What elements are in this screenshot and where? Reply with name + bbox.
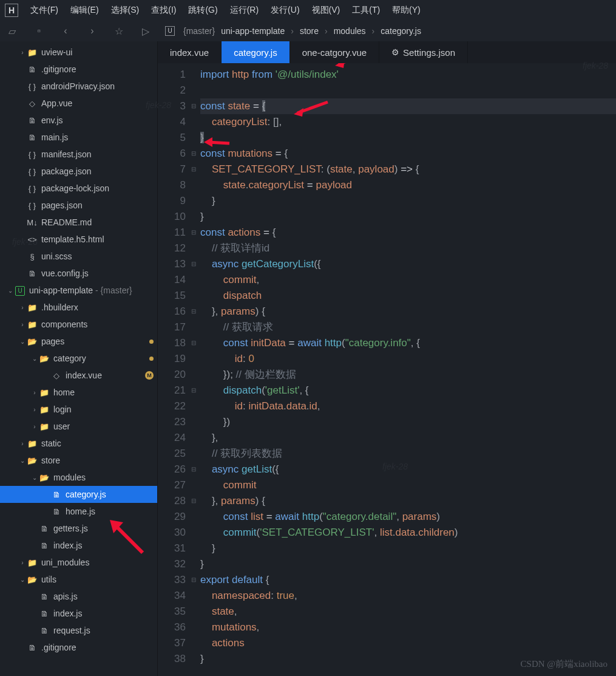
tree-label: pages.json — [41, 200, 83, 210]
tree-label: README.md — [41, 217, 92, 227]
tree-row[interactable]: { }manifest.json — [0, 146, 157, 163]
folder-open-icon: 📂 — [27, 575, 38, 584]
chevron-icon[interactable]: ⌄ — [18, 338, 27, 345]
breadcrumb-segment[interactable]: modules — [334, 26, 366, 36]
tree-row[interactable]: ›📁home — [0, 384, 157, 401]
new-window-icon[interactable]: ▱ — [5, 26, 19, 37]
menu-item[interactable]: 视图(V) — [306, 5, 347, 16]
tree-row[interactable]: { }package.json — [0, 163, 157, 180]
tree-row[interactable]: 🗎request.js — [0, 622, 157, 639]
chevron-icon[interactable]: › — [18, 49, 27, 56]
chevron-icon[interactable]: › — [18, 321, 27, 328]
tree-row[interactable]: ◇App.vue — [0, 95, 157, 112]
chevron-icon[interactable]: › — [18, 304, 27, 311]
star-icon[interactable]: ☆ — [112, 26, 126, 37]
chevron-icon[interactable]: ⌄ — [18, 457, 27, 464]
js-icon: 🗎 — [39, 524, 50, 533]
tree-row[interactable]: ›📁user — [0, 418, 157, 435]
menu-item[interactable]: 跳转(G) — [182, 5, 223, 16]
tab-label: one-catgory.vue — [302, 47, 367, 58]
menu-item[interactable]: 文件(F) — [24, 5, 64, 16]
tree-row[interactable]: ⌄📂pages — [0, 333, 157, 350]
js-icon: 🗎 — [39, 592, 50, 601]
tree-row[interactable]: ›📁static — [0, 435, 157, 452]
code-source[interactable]: import http from '@/utils/index'const st… — [198, 63, 616, 676]
tree-label: uni-app-template — [29, 285, 93, 295]
tree-label: home.js — [66, 507, 95, 516]
nav-back-icon[interactable]: ‹ — [58, 26, 73, 36]
editor-tab[interactable]: one-catgory.vue — [290, 41, 379, 63]
modified-badge — [149, 340, 154, 344]
tree-suffix: - {master} — [95, 285, 132, 295]
tree-row[interactable]: §uni.scss — [0, 248, 157, 265]
tree-row[interactable]: 🗎home.js — [0, 503, 157, 520]
chevron-icon[interactable]: › — [30, 389, 39, 396]
tree-label: .gitignore — [41, 643, 76, 652]
nav-forward-icon[interactable]: › — [85, 26, 100, 36]
modified-badge: M — [145, 371, 154, 380]
tree-row[interactable]: ⌄📂utils — [0, 571, 157, 588]
editor-tab[interactable]: index.vue — [158, 41, 222, 63]
tree-row[interactable]: ⌄📂category — [0, 350, 157, 367]
folder-icon: 📁 — [27, 320, 38, 329]
tree-row[interactable]: 🗎index.js — [0, 605, 157, 622]
menu-item[interactable]: 工具(T) — [346, 5, 386, 16]
fold-column[interactable]: ⊟⊟⊟⊟⊟⊟⊟⊟⊟⊟⊟ — [189, 63, 198, 676]
project-icon: U — [165, 26, 175, 36]
tree-row[interactable]: 🗎getters.js — [0, 520, 157, 537]
js-icon: 🗎 — [27, 269, 38, 278]
tree-label: manifest.json — [41, 149, 91, 159]
tree-row[interactable]: 🗎env.js — [0, 112, 157, 129]
breadcrumb-segment[interactable]: store — [300, 26, 319, 36]
js-icon: 🗎 — [27, 133, 38, 142]
tree-row[interactable]: ⌄Uuni-app-template - {master} — [0, 282, 157, 299]
menu-item[interactable]: 运行(R) — [224, 5, 265, 16]
tree-row[interactable]: ›📁.hbuilderx — [0, 299, 157, 316]
tree-row[interactable]: 🗎category.js — [0, 486, 157, 503]
tree-row[interactable]: ›📁uni_modules — [0, 554, 157, 571]
tree-row[interactable]: ›📁login — [0, 401, 157, 418]
chevron-icon[interactable]: › — [30, 423, 39, 430]
menu-item[interactable]: 选择(S) — [105, 5, 146, 16]
tree-label: pages — [41, 336, 64, 346]
chevron-icon[interactable]: ⌄ — [18, 576, 27, 583]
save-icon[interactable]: ▫ — [32, 26, 46, 36]
tree-row[interactable]: 🗎vue.config.js — [0, 265, 157, 282]
code-editor[interactable]: 1234567891011121314151617181920212223242… — [158, 63, 616, 676]
menu-item[interactable]: 帮助(Y) — [386, 5, 427, 16]
tree-row[interactable]: 🗎apis.js — [0, 588, 157, 605]
menu-item[interactable]: 查找(I) — [145, 5, 182, 16]
modified-badge — [149, 357, 154, 361]
breadcrumb-project[interactable]: uni-app-template — [221, 26, 285, 36]
tree-row[interactable]: 🗎.gitignore — [0, 639, 157, 656]
tree-row[interactable]: <>template.h5.html — [0, 231, 157, 248]
editor-tab[interactable]: category.js — [222, 41, 289, 63]
tree-row[interactable]: { }pages.json — [0, 197, 157, 214]
tree-row[interactable]: ›📁components — [0, 316, 157, 333]
tree-row[interactable]: ⌄📂store — [0, 452, 157, 469]
tree-row[interactable]: ◇index.vueM — [0, 367, 157, 384]
tree-row[interactable]: 🗎.gitignore — [0, 61, 157, 78]
breadcrumb-segment[interactable]: category.js — [381, 26, 421, 36]
menu-item[interactable]: 编辑(E) — [64, 5, 105, 16]
chevron-icon[interactable]: ⌄ — [30, 474, 39, 481]
tree-row[interactable]: ⌄📂modules — [0, 469, 157, 486]
chevron-icon[interactable]: › — [30, 406, 39, 413]
editor-tab[interactable]: ⚙Settings.json — [379, 41, 468, 63]
tree-label: env.js — [41, 115, 63, 125]
run-icon[interactable]: ▷ — [138, 26, 153, 37]
menu-item[interactable]: 发行(U) — [265, 5, 305, 16]
tree-row[interactable]: { }package-lock.json — [0, 180, 157, 197]
line-gutter: 1234567891011121314151617181920212223242… — [158, 63, 189, 676]
tree-row[interactable]: { }androidPrivacy.json — [0, 78, 157, 95]
tree-row[interactable]: ›📁uview-ui — [0, 44, 157, 61]
chevron-icon[interactable]: › — [18, 440, 27, 447]
tree-row[interactable]: 🗎main.js — [0, 129, 157, 146]
chevron-icon[interactable]: › — [18, 559, 27, 566]
js-icon: 🗎 — [39, 609, 50, 618]
chevron-icon[interactable]: ⌄ — [6, 287, 15, 294]
tree-row[interactable]: 🗎index.js — [0, 537, 157, 554]
chevron-icon[interactable]: ⌄ — [30, 355, 39, 362]
tree-row[interactable]: M↓README.md — [0, 214, 157, 231]
folder-open-icon: 📂 — [27, 456, 38, 465]
